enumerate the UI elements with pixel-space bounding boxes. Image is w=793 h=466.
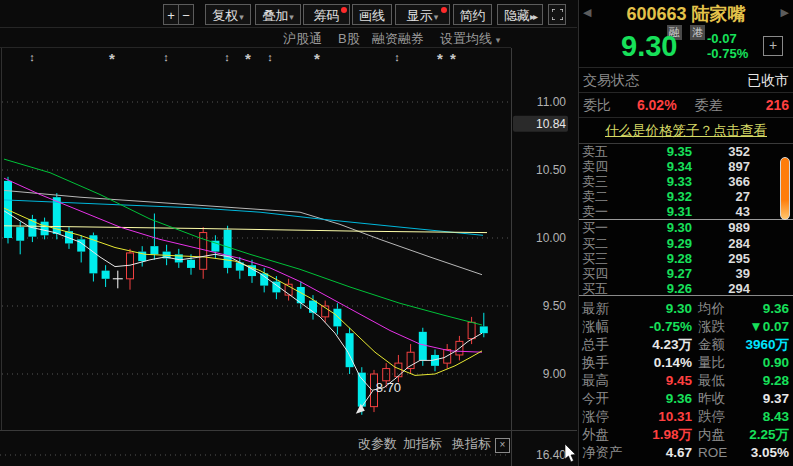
- event-marker-icon: *: [450, 50, 456, 67]
- stat-value: 9.36: [629, 390, 692, 408]
- stats-grid: 最新9.30均价9.36涨幅-0.75%涨跌▼0.07总手4.23万金额3960…: [579, 300, 793, 462]
- level-volume: 295: [692, 251, 750, 266]
- stat-row: 换手0.14%量比0.90: [579, 354, 793, 372]
- trading-app-window: 11.0010.8410.5010.009.509.00↕*↕↕*↕*↕**8.…: [0, 0, 793, 466]
- indicator-control-3[interactable]: 换指标: [452, 436, 491, 452]
- stat-row: 外盘1.98万内盘2.25万: [579, 426, 793, 444]
- chevron-down-icon: ▾: [239, 12, 244, 22]
- stat-value: 0.90: [744, 354, 789, 372]
- indicator-control-2[interactable]: 加指标: [403, 436, 442, 452]
- toolbar-divider: [0, 27, 577, 28]
- commission-ratio-value: 6.02%: [637, 97, 677, 113]
- subnav-item-2[interactable]: B股: [338, 30, 360, 47]
- stat-label: 今开: [582, 390, 629, 408]
- MA60-green-line: [4, 159, 482, 325]
- price-change: -0.07: [707, 31, 748, 46]
- event-marker-icon: ↕: [163, 51, 169, 63]
- level-volume: 366: [692, 174, 750, 189]
- commission-row: 委比 6.02% 委差 216: [579, 92, 793, 117]
- stat-value: 9.45: [629, 372, 692, 390]
- stat-value: 9.28: [744, 372, 789, 390]
- level-price: 9.31: [622, 204, 692, 219]
- stat-label: 内盘: [692, 426, 744, 444]
- trade-status-row: 交易状态 已收市: [579, 67, 793, 92]
- trade-status-value: 已收市: [747, 68, 789, 93]
- stat-row: 最高9.45最低9.28: [579, 372, 793, 390]
- level-label: 买一: [582, 220, 622, 235]
- add-to-watchlist-button[interactable]: +: [763, 36, 783, 56]
- price-change-pct: -0.75%: [707, 46, 748, 61]
- level-volume: 39: [692, 266, 750, 281]
- price-row: 9.30 -0.07 -0.75% +: [579, 30, 793, 64]
- commission-ratio-label: 委比: [583, 97, 611, 113]
- level-price: 9.27: [622, 266, 692, 281]
- stat-label: 量比: [692, 354, 744, 372]
- zoom-out-button[interactable]: −: [178, 4, 194, 25]
- stat-value: 3960万: [744, 336, 789, 354]
- event-marker-icon: ↕: [267, 51, 273, 63]
- stat-label: 昨收: [692, 390, 744, 408]
- y-axis-label: 9.00: [543, 367, 567, 381]
- fullscreen-icon: [552, 9, 563, 20]
- toolbar-button-3[interactable]: 筹码: [303, 4, 350, 25]
- stat-value: 0.14%: [629, 354, 692, 372]
- level-price: 9.28: [622, 251, 692, 266]
- ask-row: 卖一9.3143: [579, 204, 793, 219]
- fullscreen-button[interactable]: [548, 4, 566, 25]
- subnav-item-1[interactable]: 沪股通: [283, 30, 322, 47]
- stat-label: 净资产: [582, 444, 629, 462]
- next-stock-arrow-icon[interactable]: ▶: [781, 6, 789, 19]
- stat-value: 1.98万: [629, 426, 692, 444]
- toolbar-button-1[interactable]: 复权▾: [205, 4, 251, 25]
- stat-label: 外盘: [582, 426, 629, 444]
- event-marker-icon: ↕: [394, 51, 400, 63]
- price-cage-help-link[interactable]: 什么是价格笼子？点击查看: [579, 117, 793, 144]
- toolbar-button-4[interactable]: 画线: [352, 4, 392, 25]
- level-label: 卖四: [582, 159, 622, 174]
- level-price: 9.29: [622, 236, 692, 251]
- candlestick-series: [4, 177, 488, 415]
- toolbar-button-6[interactable]: 简约: [453, 4, 492, 25]
- stat-value: 9.30: [629, 300, 692, 318]
- level-price: 9.26: [622, 281, 692, 296]
- stat-value: ▼0.07: [744, 318, 789, 336]
- indicator-control-1[interactable]: 改参数: [358, 436, 397, 452]
- toolbar-button-5[interactable]: 显示▾: [395, 4, 450, 25]
- level-volume: 43: [692, 204, 750, 219]
- ask-row: 卖四9.34897: [579, 159, 793, 174]
- ask-row: 卖二9.3227: [579, 189, 793, 204]
- chevron-down-icon: ▾: [496, 35, 501, 45]
- commission-diff-value: 216: [766, 93, 789, 118]
- stat-row: 净资产4.67ROE3.05%: [579, 444, 793, 462]
- stat-row: 今开9.36昨收9.37: [579, 390, 793, 408]
- stat-label: 跌停: [692, 408, 744, 426]
- commission-diff-label: 委差: [694, 97, 722, 113]
- subnav-item-3[interactable]: 融资融券: [372, 30, 424, 47]
- bid-row: 买三9.28295: [579, 251, 793, 266]
- stat-row: 总手4.23万金额3960万: [579, 336, 793, 354]
- level-price: 9.33: [622, 174, 692, 189]
- stat-label: 总手: [582, 336, 629, 354]
- last-price: 9.30: [621, 30, 677, 63]
- quote-header: ◀ 600663 陆家嘴 ▶ 融 港 9.30 -0.07 -0.75% +: [579, 0, 793, 66]
- event-marker-icon: ↕: [29, 51, 35, 63]
- mouse-cursor: [565, 444, 576, 462]
- level-volume: 284: [692, 236, 750, 251]
- stat-row: 涨停10.31跌停8.43: [579, 408, 793, 426]
- zoom-in-button[interactable]: +: [163, 4, 179, 25]
- y-axis-label: 11.00: [537, 95, 566, 109]
- stat-label: 金额: [692, 336, 744, 354]
- event-marker-icon: *: [437, 50, 443, 67]
- ask-row: 卖五9.35352: [579, 144, 793, 159]
- ask-row: 卖三9.33366: [579, 174, 793, 189]
- y-axis-label: 10.50: [536, 163, 566, 177]
- ma-settings-button[interactable]: 设置均线 ▾: [440, 30, 500, 47]
- chevron-down-icon: ▾: [434, 12, 439, 22]
- level-label: 买五: [582, 281, 622, 296]
- notification-dot-icon: [441, 7, 447, 13]
- collapse-chevrons-icon: ▸▸: [530, 11, 536, 22]
- toolbar-button-2[interactable]: 叠加▾: [255, 4, 301, 25]
- stat-value: 8.43: [744, 408, 789, 426]
- close-indicator-button[interactable]: ×: [495, 438, 510, 453]
- toolbar-button-7[interactable]: 隐藏▸▸: [497, 4, 543, 25]
